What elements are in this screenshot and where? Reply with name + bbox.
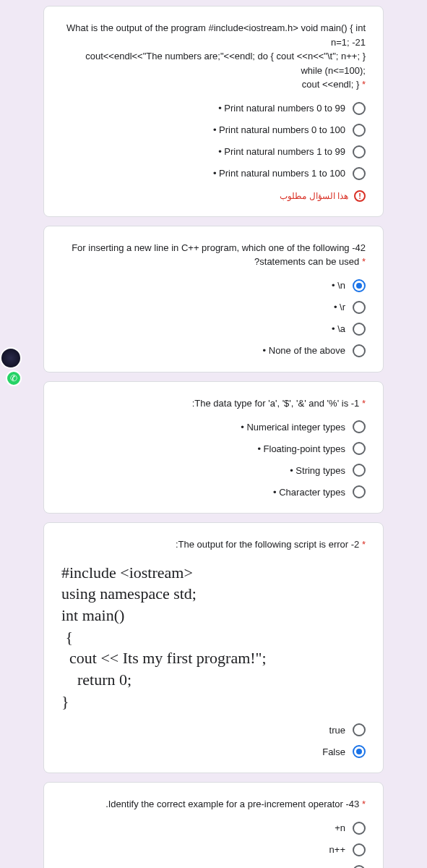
radio-button[interactable] [353, 323, 366, 336]
radio-button[interactable] [353, 442, 366, 455]
code-snippet: #include <iostream> using namespace std;… [61, 562, 366, 712]
q-line: .Identify the correct example for a pre-… [105, 799, 359, 809]
option-row[interactable]: \n [61, 279, 366, 292]
radio-button[interactable] [353, 464, 366, 477]
question-card-1: :The data type for 'a', '$', '&' and '%'… [43, 381, 384, 514]
option-label: \n [332, 280, 345, 291]
required-text: هذا السؤال مطلوب [280, 191, 348, 201]
q-line: :The output for the following script is … [176, 539, 359, 550]
radio-button[interactable] [353, 723, 366, 736]
radio-button[interactable] [353, 485, 366, 498]
q-line1: What is the output of the program #inclu… [66, 22, 366, 48]
required-message: هذا السؤال مطلوب ! [61, 190, 366, 202]
radio-button[interactable] [353, 822, 366, 835]
radio-button[interactable] [353, 344, 366, 357]
alert-icon: ! [354, 190, 366, 202]
question-card-21: What is the output of the program #inclu… [43, 6, 384, 217]
option-row[interactable]: Print natural numbers 1 to 99 [61, 145, 366, 158]
option-row[interactable]: \a [61, 323, 366, 336]
option-label: Character types [273, 487, 345, 498]
required-asterisk: * [362, 799, 366, 809]
question-text: :The data type for 'a', '$', '&' and '%'… [61, 396, 366, 411]
q-line2: ?statements can be used [254, 256, 359, 267]
profile-avatar[interactable] [0, 347, 22, 369]
option-label: \a [332, 323, 345, 334]
options-list: true False [61, 723, 366, 758]
q-line3: cout <<endl; } [302, 79, 360, 90]
options-list: Print natural numbers 0 to 99 Print natu… [61, 102, 366, 180]
required-asterisk: * [362, 539, 366, 550]
option-label: \r [334, 302, 345, 312]
option-label: Print natural numbers 1 to 100 [213, 168, 345, 179]
option-label: n++ [329, 844, 345, 855]
option-label: Print natural numbers 0 to 100 [213, 124, 345, 135]
option-row[interactable]: None of the above [61, 344, 366, 357]
question-text: .Identify the correct example for a pre-… [61, 797, 366, 812]
question-card-43: .Identify the correct example for a pre-… [43, 782, 384, 868]
option-label: Print natural numbers 0 to 99 [218, 103, 345, 114]
radio-button[interactable] [353, 145, 366, 158]
radio-button[interactable] [353, 745, 366, 758]
options-list: \n \r \a None of the above [61, 279, 366, 357]
option-label: Numerical integer types [241, 422, 345, 433]
question-text: :The output for the following script is … [61, 537, 366, 552]
whatsapp-icon[interactable]: ✆ [6, 370, 22, 386]
option-label: False [322, 746, 345, 757]
radio-button[interactable] [353, 865, 366, 868]
option-label: Floating-point types [257, 443, 345, 454]
option-label: +n [335, 822, 345, 833]
question-card-42: For inserting a new line in C++ program,… [43, 226, 384, 373]
radio-button[interactable] [353, 279, 366, 292]
options-list: Numerical integer types Floating-point t… [61, 420, 366, 498]
options-list: +n n++ ++n --n [61, 822, 366, 868]
q-line2: cout<<endl<<"The numbers are;"<<endl; do… [85, 51, 366, 76]
option-row[interactable]: Print natural numbers 0 to 100 [61, 124, 366, 137]
option-label: None of the above [263, 345, 345, 356]
option-row[interactable]: ++n [61, 865, 366, 868]
option-label: true [329, 725, 345, 736]
option-row[interactable]: +n [61, 822, 366, 835]
option-row[interactable]: False [61, 745, 366, 758]
question-text: What is the output of the program #inclu… [61, 21, 366, 92]
option-row[interactable]: \r [61, 301, 366, 314]
required-asterisk: * [362, 256, 366, 267]
radio-button[interactable] [353, 301, 366, 314]
option-label: String types [290, 465, 345, 476]
radio-button[interactable] [353, 102, 366, 115]
option-row[interactable]: String types [61, 464, 366, 477]
question-card-2: :The output for the following script is … [43, 522, 384, 773]
option-row[interactable]: Print natural numbers 0 to 99 [61, 102, 366, 115]
question-text: For inserting a new line in C++ program,… [61, 241, 366, 269]
required-asterisk: * [362, 79, 366, 90]
required-asterisk: * [362, 398, 366, 409]
radio-button[interactable] [353, 167, 366, 180]
option-row[interactable]: Numerical integer types [61, 420, 366, 433]
option-row[interactable]: true [61, 723, 366, 736]
radio-button[interactable] [353, 124, 366, 137]
radio-button[interactable] [353, 843, 366, 856]
option-row[interactable]: Character types [61, 485, 366, 498]
option-row[interactable]: Floating-point types [61, 442, 366, 455]
q-line1: For inserting a new line in C++ program,… [72, 242, 366, 253]
option-row[interactable]: n++ [61, 843, 366, 856]
q-line: :The data type for 'a', '$', '&' and '%'… [192, 398, 360, 409]
option-label: Print natural numbers 1 to 99 [218, 146, 345, 157]
option-row[interactable]: Print natural numbers 1 to 100 [61, 167, 366, 180]
radio-button[interactable] [353, 420, 366, 433]
